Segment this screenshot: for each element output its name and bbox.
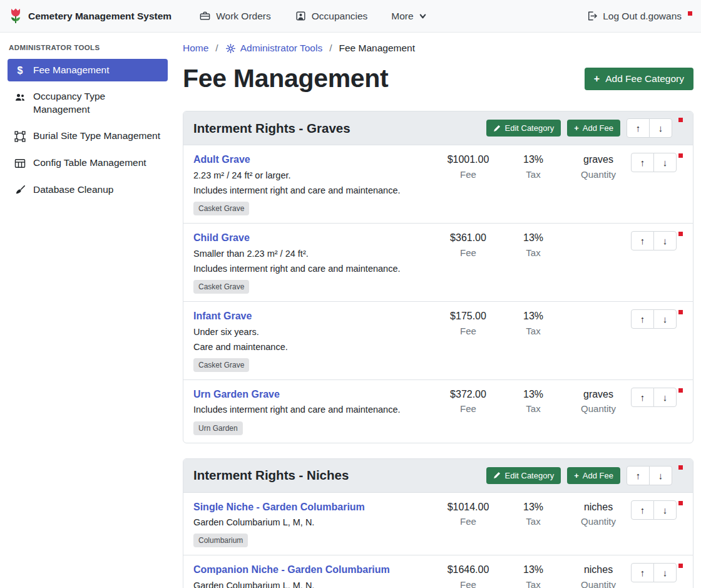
work-orders-icon <box>199 10 211 22</box>
arrow-down-icon: ↓ <box>663 567 668 578</box>
sidebar-item-occupancy-type-management[interactable]: Occupancy Type Management <box>8 85 168 121</box>
sidebar-item-label: Fee Management <box>33 64 110 76</box>
sidebar-item-label: Burial Site Type Management <box>33 130 160 142</box>
plus-icon: + <box>574 124 579 132</box>
fee-name-link[interactable]: Child Grave <box>193 231 250 245</box>
move-fee-down-button[interactable]: ↓ <box>653 388 677 407</box>
fee-type-badge: Casket Grave <box>193 358 249 372</box>
tax-label: Tax <box>501 169 566 180</box>
fee-amount: $361.00 <box>436 231 501 245</box>
category-title: Interment Rights - Graves <box>193 121 486 136</box>
move-fee-up-button[interactable]: ↑ <box>631 500 654 520</box>
quantity-value: niches <box>566 563 631 577</box>
fee-row: Child Grave Smaller than 2.23 m² / 24 ft… <box>183 223 693 301</box>
tax-value: 13% <box>501 563 566 577</box>
move-fee-up-button[interactable]: ↑ <box>631 309 654 329</box>
move-fee-down-button[interactable]: ↓ <box>653 563 677 582</box>
page-title: Fee Management <box>183 63 388 95</box>
move-category-down-button[interactable]: ↓ <box>649 118 672 138</box>
logout-label: Log Out d.gowans <box>603 11 682 22</box>
arrow-up-icon: ↑ <box>636 470 641 481</box>
move-fee-up-button[interactable]: ↑ <box>631 388 654 407</box>
sidebar-item-config-table-management[interactable]: Config Table Management <box>8 152 168 175</box>
arrow-up-icon: ↑ <box>640 235 645 246</box>
breadcrumb-admin-tools-link[interactable]: Administrator Tools <box>225 43 323 54</box>
red-marker <box>678 564 683 568</box>
fee-tax-col: 13% Tax <box>501 309 566 336</box>
app-brand[interactable]: Cemetery Management System <box>9 8 171 24</box>
fee-tax-col: 13% Tax <box>501 153 566 180</box>
fee-name-link[interactable]: Single Niche - Garden Columbarium <box>193 500 365 514</box>
app-title: Cemetery Management System <box>28 11 171 22</box>
fee-amount: $175.00 <box>436 309 501 323</box>
fee-reorder-group: ↑ ↓ <box>631 563 677 582</box>
move-fee-down-button[interactable]: ↓ <box>653 153 677 172</box>
logout-icon <box>586 10 598 22</box>
red-marker <box>678 232 683 236</box>
nav-more[interactable]: More <box>391 11 426 22</box>
fee-tax-col: 13% Tax <box>501 563 566 588</box>
fee-name-link[interactable]: Urn Garden Grave <box>193 388 280 401</box>
move-category-down-button[interactable]: ↓ <box>649 466 672 485</box>
move-fee-up-button[interactable]: ↑ <box>631 231 654 250</box>
fee-label: Fee <box>436 403 501 414</box>
move-category-up-button[interactable]: ↑ <box>627 118 650 138</box>
arrow-down-icon: ↓ <box>663 505 668 515</box>
fee-name-link[interactable]: Infant Grave <box>193 309 252 323</box>
tax-label: Tax <box>501 516 566 527</box>
fee-quantity-col: niches Quantity <box>566 500 631 527</box>
quantity-value: graves <box>566 153 631 167</box>
tax-value: 13% <box>501 388 566 401</box>
arrow-down-icon: ↓ <box>663 314 668 324</box>
sidebar-item-fee-management[interactable]: $ Fee Management <box>8 59 168 81</box>
edit-category-button[interactable]: Edit Category <box>486 120 561 137</box>
move-category-up-button[interactable]: ↑ <box>627 466 650 485</box>
sidebar-item-burial-site-type-management[interactable]: Burial Site Type Management <box>8 125 168 148</box>
fee-amount-col: $361.00 Fee <box>436 231 501 258</box>
category-reorder-group: ↑ ↓ <box>627 466 672 485</box>
edit-category-button[interactable]: Edit Category <box>486 467 561 484</box>
fee-tax-col: 13% Tax <box>501 231 566 258</box>
add-fee-button[interactable]: + Add Fee <box>567 120 620 137</box>
category-title: Interment Rights - Niches <box>193 468 486 483</box>
sidebar-item-database-cleanup[interactable]: Database Cleanup <box>8 178 168 202</box>
move-fee-up-button[interactable]: ↑ <box>631 563 654 582</box>
quantity-label: Quantity <box>566 169 631 180</box>
fee-name-link[interactable]: Companion Niche - Garden Columbarium <box>193 563 390 577</box>
tax-label: Tax <box>501 326 566 336</box>
fee-quantity-col: graves Quantity <box>566 153 631 180</box>
fee-amount-col: $175.00 Fee <box>436 309 501 336</box>
fee-reorder-group: ↑ ↓ <box>631 231 677 250</box>
tax-label: Tax <box>501 403 566 414</box>
nav-occupancies[interactable]: Occupancies <box>295 10 368 22</box>
quantity-value: graves <box>566 388 631 401</box>
breadcrumb-home-link[interactable]: Home <box>183 43 208 54</box>
sidebar-heading: Administrator Tools <box>0 36 175 59</box>
fee-label: Fee <box>436 326 501 336</box>
arrow-down-icon: ↓ <box>663 392 668 403</box>
move-fee-up-button[interactable]: ↑ <box>631 153 654 172</box>
fee-amount: $1001.00 <box>436 153 501 167</box>
move-fee-down-button[interactable]: ↓ <box>653 500 677 520</box>
fee-quantity-col: niches Quantity <box>566 563 631 588</box>
arrow-down-icon: ↓ <box>663 235 668 246</box>
pencil-icon <box>493 125 501 132</box>
fee-description: Includes interment right and care and ma… <box>193 263 431 275</box>
add-fee-category-button[interactable]: + Add Fee Category <box>585 68 693 90</box>
fee-quantity-col: graves Quantity <box>566 388 631 415</box>
nav-work-orders[interactable]: Work Orders <box>199 10 271 22</box>
people-icon <box>14 91 26 103</box>
move-fee-down-button[interactable]: ↓ <box>653 309 677 329</box>
move-fee-down-button[interactable]: ↓ <box>653 231 677 250</box>
fee-description: Garden Columbarium L, M, N. <box>193 517 431 529</box>
quantity-label: Quantity <box>566 403 631 414</box>
red-marker <box>678 118 683 122</box>
add-fee-button[interactable]: + Add Fee <box>567 467 620 484</box>
breadcrumb: Home / Administrator Tools / Fee Managem… <box>183 43 693 54</box>
arrow-down-icon: ↓ <box>658 123 663 133</box>
fee-name-link[interactable]: Adult Grave <box>193 153 250 167</box>
logout-link[interactable]: Log Out d.gowans <box>586 10 692 22</box>
quantity-label: Quantity <box>566 579 631 588</box>
fee-label: Fee <box>436 579 501 588</box>
tax-label: Tax <box>501 579 566 588</box>
